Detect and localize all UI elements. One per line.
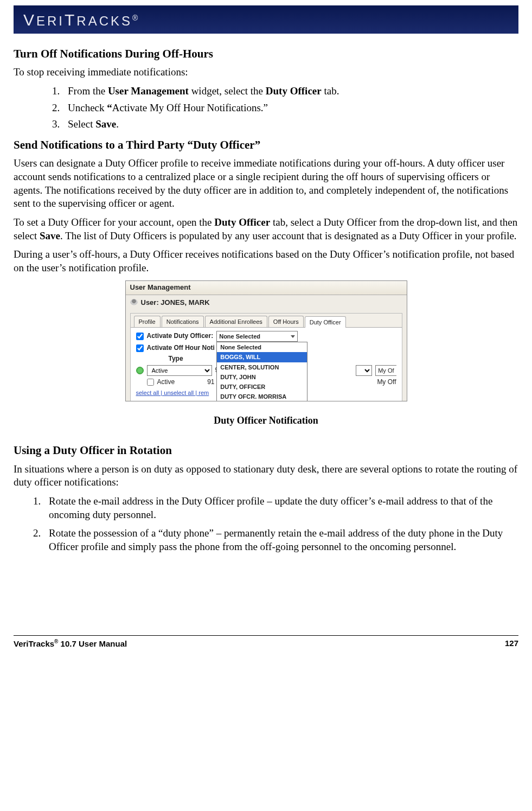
footer-page-number: 127	[505, 638, 518, 649]
label-activate-duty-officer: Activate Duty Officer:	[147, 332, 214, 341]
checkbox-activate-duty-officer[interactable]	[136, 333, 144, 340]
heading-turn-off-notifications: Turn Off Notifications During Off-Hours	[14, 47, 518, 61]
globe-icon	[136, 367, 144, 374]
rotation-option-2: Rotate the possession of a “duty phone” …	[43, 527, 518, 553]
footer-left: VeriTracks® 10.7 User Manual	[14, 638, 127, 649]
brand-banner: VERITRACKS®	[14, 5, 518, 34]
intro-rotation: In situations where a person is on duty …	[14, 463, 518, 489]
checkbox-activate-off-hour[interactable]	[136, 344, 144, 352]
rotation-options: Rotate the e-mail address in the Duty Of…	[43, 495, 518, 554]
heading-send-third-party: Send Notifications to a Third Party “Dut…	[14, 138, 518, 152]
window-title: User Management	[126, 281, 407, 295]
step-3: Select Save.	[62, 118, 518, 131]
step-2: Uncheck “Activate My Off Hour Notificati…	[62, 101, 518, 115]
brand-logo-text: VERITRACKS®	[23, 9, 138, 30]
intro-turn-off: To stop receiving immediate notification…	[14, 66, 518, 79]
step-1: From the User Management widget, select …	[62, 85, 518, 98]
tab-bar: Profile Notifications Additional Enrolle…	[131, 314, 402, 328]
row-right-text: My Off	[377, 378, 396, 387]
para-third-party-1: Users can designate a Duty Officer profi…	[14, 157, 518, 210]
dropdown-item[interactable]: CENTER, SOLUTION	[217, 362, 307, 372]
dropdown-item-selected[interactable]: BOGGS, WILL	[217, 352, 307, 362]
steps-turn-off: From the User Management widget, select …	[62, 85, 518, 131]
dropdown-item[interactable]: None Selected	[217, 342, 307, 352]
user-header: User: JONES, MARK	[126, 295, 407, 313]
registered-mark: ®	[132, 14, 138, 22]
dropdown-item[interactable]: DUTY OFCR. MORRISA	[217, 392, 307, 401]
tab-off-hours[interactable]: Off Hours	[268, 316, 304, 327]
heading-rotation: Using a Duty Officer in Rotation	[14, 443, 518, 458]
dropdown-item[interactable]: DUTY, OFFICER	[217, 382, 307, 392]
select-active[interactable]: Active	[147, 365, 212, 376]
tab-duty-officer[interactable]: Duty Officer	[305, 316, 346, 328]
row-number: 91	[207, 378, 214, 387]
para-third-party-3: During a user’s off-hours, a Duty Office…	[14, 248, 518, 274]
figure-user-management: User Management User: JONES, MARK Profil…	[125, 280, 407, 401]
select-small[interactable]	[356, 365, 372, 376]
row-right-text: My Of	[375, 365, 396, 376]
row-active-label: Active	[157, 378, 175, 387]
figure-caption: Duty Officer Notification	[14, 414, 518, 427]
dropdown-item[interactable]: DUTY, JOHN	[217, 372, 307, 382]
checkbox-row-active[interactable]	[147, 379, 154, 386]
label-activate-off-hour: Activate Off Hour Noti	[147, 344, 215, 353]
tab-notifications[interactable]: Notifications	[162, 316, 204, 327]
dropdown-duty-officer[interactable]: None Selected	[216, 331, 298, 342]
tab-profile[interactable]: Profile	[134, 316, 161, 327]
page-footer: VeriTracks® 10.7 User Manual 127	[14, 635, 518, 649]
user-icon	[130, 299, 138, 306]
user-label: User: JONES, MARK	[141, 298, 210, 308]
dropdown-list[interactable]: None Selected BOGGS, WILL CENTER, SOLUTI…	[216, 342, 307, 401]
rotation-option-1: Rotate the e-mail address in the Duty Of…	[43, 495, 518, 521]
tab-additional-enrollees[interactable]: Additional Enrollees	[205, 316, 267, 327]
para-third-party-2: To set a Duty Officer for your account, …	[14, 216, 518, 242]
